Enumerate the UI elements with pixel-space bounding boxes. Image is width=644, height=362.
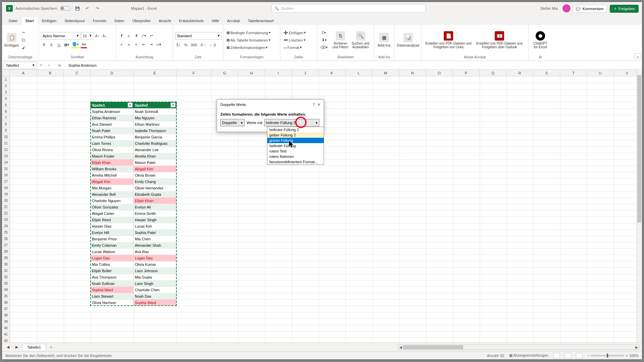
- tab-acrobat[interactable]: Acrobat: [224, 17, 243, 25]
- table-cell[interactable]: Charlotte Chen: [133, 287, 176, 293]
- collapse-ribbon-icon[interactable]: ⌄: [635, 53, 641, 59]
- table-cell[interactable]: Sophia Patel: [133, 229, 176, 236]
- col-header[interactable]: R: [506, 70, 533, 76]
- font-color-icon[interactable]: A▾: [80, 42, 87, 48]
- merge-icon[interactable]: ▭▾: [155, 41, 162, 48]
- row-header[interactable]: 34: [2, 287, 10, 293]
- italic-icon[interactable]: K: [48, 42, 55, 48]
- dialog-help-icon[interactable]: ?: [313, 103, 315, 107]
- table-cell[interactable]: Elijah Khan: [133, 197, 176, 204]
- table-cell[interactable]: Liam Johnson: [133, 267, 176, 274]
- row-header[interactable]: 16: [2, 172, 10, 178]
- col-header[interactable]: T: [560, 70, 587, 76]
- table-cell[interactable]: Mia Collins: [91, 261, 133, 267]
- sheet-nav-next-icon[interactable]: ▶: [13, 344, 20, 351]
- row-header[interactable]: 10: [2, 134, 10, 140]
- align-right-icon[interactable]: ≡: [133, 41, 140, 48]
- conditional-formatting-button[interactable]: ▦ Bedingte Formatierung ▾: [225, 29, 279, 36]
- table-cell[interactable]: Liam Singh: [133, 280, 176, 287]
- page-break-view-icon[interactable]: [576, 353, 583, 358]
- table-cell[interactable]: Evelyn Hill: [91, 229, 133, 236]
- format-dropdown-list[interactable]: hellroter Füllung 2gelber Füllung 2grüne…: [267, 127, 324, 165]
- table-cell[interactable]: Logan Das: [133, 255, 176, 261]
- row-header[interactable]: 9: [2, 127, 10, 134]
- indent-inc-icon[interactable]: ⇥: [148, 41, 154, 48]
- row-header[interactable]: 8: [2, 121, 10, 127]
- table-cell[interactable]: Benjamin Garcia: [133, 134, 176, 140]
- table-cell[interactable]: Charlotte Nguyen: [91, 197, 133, 204]
- paste-button[interactable]: 📋Einfügen: [4, 32, 19, 48]
- table-cell[interactable]: Elijah Reed: [91, 217, 133, 223]
- share-button[interactable]: ↗ Freigeben: [610, 5, 639, 13]
- row-header[interactable]: 19: [2, 191, 10, 197]
- col-header[interactable]: F: [176, 70, 211, 76]
- tab-ansicht[interactable]: Ansicht: [155, 17, 174, 25]
- row-header[interactable]: 5: [2, 102, 10, 108]
- increase-font-icon[interactable]: A↑: [94, 33, 101, 39]
- col-header[interactable]: P: [453, 70, 480, 76]
- row-header[interactable]: 36: [2, 299, 10, 306]
- user-name[interactable]: Stefan Mai: [540, 6, 558, 10]
- table-cell[interactable]: Isabella Thompson: [133, 127, 176, 134]
- row-header[interactable]: 4: [2, 96, 10, 102]
- table-cell[interactable]: Harper Singh: [133, 217, 176, 223]
- table-cell[interactable]: Mia Gupta: [133, 274, 176, 280]
- zoom-level[interactable]: 100%: [629, 354, 639, 358]
- percent-icon[interactable]: %: [182, 42, 189, 48]
- row-header[interactable]: 7: [2, 115, 10, 121]
- table-cell[interactable]: Noah Patel: [91, 127, 133, 134]
- table-cell[interactable]: Emily Coleman: [91, 242, 133, 248]
- col-header[interactable]: O: [426, 70, 453, 76]
- col-header[interactable]: M: [372, 70, 399, 76]
- table-cell[interactable]: Mason Patel: [133, 159, 176, 166]
- decrease-font-icon[interactable]: A↓: [101, 33, 108, 39]
- align-left-icon[interactable]: ≡: [118, 41, 125, 48]
- sort-filter-button[interactable]: ⇅Sortieren und Filtern: [331, 31, 350, 50]
- row-header[interactable]: 23: [2, 217, 10, 223]
- cut-icon[interactable]: ✂: [20, 29, 27, 36]
- horizontal-scrollbar[interactable]: ◀▶: [398, 345, 639, 350]
- table-cell[interactable]: Benjamin Price: [91, 236, 133, 242]
- tab-daten[interactable]: Daten: [111, 17, 127, 25]
- find-select-button[interactable]: 🔍Suchen und Auswählen: [351, 31, 370, 50]
- cell-styles-button[interactable]: ▦ Zellenformatvorlagen ▾: [225, 44, 279, 51]
- table-cell[interactable]: Sophia Ward: [133, 299, 176, 306]
- table-cell[interactable]: Ethan Ramirez: [91, 115, 133, 121]
- zoom-in-icon[interactable]: +: [626, 354, 628, 358]
- fill-icon[interactable]: ⬇▾: [319, 37, 329, 44]
- table-cell[interactable]: Ethan Martinez: [133, 121, 176, 127]
- format-painter-icon[interactable]: 🖌: [20, 44, 27, 51]
- row-header[interactable]: 40: [2, 325, 10, 331]
- row-header[interactable]: 30: [2, 261, 10, 267]
- vertical-scrollbar[interactable]: [637, 70, 642, 343]
- table-header[interactable]: Spalte1▼: [91, 102, 133, 108]
- table-cell[interactable]: Abigail Kim: [133, 166, 176, 172]
- zoom-slider[interactable]: [591, 355, 624, 356]
- align-mid-icon[interactable]: ≡: [125, 33, 132, 39]
- autosum-icon[interactable]: Σ▾: [319, 29, 329, 36]
- row-header[interactable]: 3: [2, 89, 10, 96]
- row-header[interactable]: 31: [2, 267, 10, 274]
- col-header[interactable]: J: [292, 70, 319, 76]
- page-layout-view-icon[interactable]: [565, 353, 571, 358]
- align-top-icon[interactable]: ⬆: [118, 33, 125, 39]
- table-cell[interactable]: Lucas Kim: [133, 223, 176, 229]
- table-cell[interactable]: Ava Stewart: [91, 121, 133, 127]
- col-header[interactable]: L: [345, 70, 372, 76]
- tab-formeln[interactable]: Formeln: [90, 17, 110, 25]
- row-header[interactable]: 33: [2, 280, 10, 287]
- tab-einfügen[interactable]: Einfügen: [39, 17, 60, 25]
- table-header[interactable]: Spalte2▼: [133, 102, 176, 108]
- save-icon[interactable]: 💾: [74, 5, 81, 12]
- row-header[interactable]: 15: [2, 166, 10, 172]
- align-center-icon[interactable]: ≡: [125, 41, 132, 48]
- filter-icon[interactable]: ▼: [171, 103, 175, 107]
- table-cell[interactable]: Charlotte Rodriguez: [133, 140, 176, 146]
- delete-cells-button[interactable]: ➖ Löschen ▾: [282, 37, 316, 44]
- row-header[interactable]: 24: [2, 223, 10, 229]
- col-header[interactable]: U: [587, 70, 614, 76]
- pdf-outlook-button[interactable]: 📧Erstellen von PDF-Dateien und Freigeben…: [474, 31, 525, 50]
- fx-icon[interactable]: fx: [53, 63, 66, 67]
- row-header[interactable]: 1: [2, 76, 10, 83]
- col-header[interactable]: H: [238, 70, 265, 76]
